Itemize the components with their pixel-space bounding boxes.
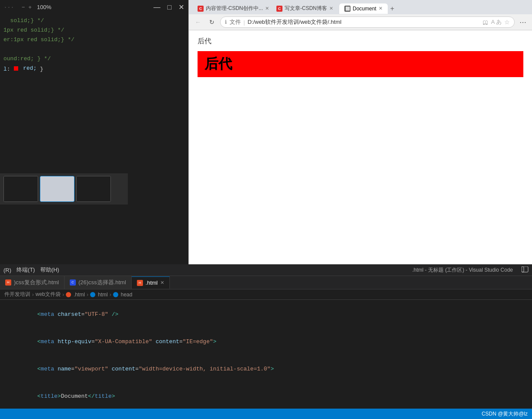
bc-icon-html <box>66 292 71 297</box>
vscode-bottom: (R) 终端(T) 帮助(H) .html - 无标题 (工作区) - Visu… <box>0 264 532 419</box>
tab-icon-html-3: H <box>137 280 143 286</box>
vscode-tab-3[interactable]: H .html ✕ <box>132 276 170 289</box>
new-tab-icon[interactable]: + <box>390 5 394 13</box>
restore-icon[interactable]: □ <box>167 3 172 11</box>
sidebar-toggle-icon[interactable] <box>522 266 529 274</box>
vscode-tab-label-1: )css复合形式.html <box>14 279 59 286</box>
bc-sep-3: › <box>87 292 88 298</box>
code-line-b2: <meta http-equiv="X-UA-Compatible" conte… <box>3 328 529 355</box>
browser-banner-text: 后代 <box>204 55 232 74</box>
browser-controls-bar: ← ↻ ℹ 文件 | D:/web软件开发培训/web文件袋/.html 🕮 A… <box>189 14 532 30</box>
svg-rect-1 <box>522 266 524 272</box>
code-line-b4: <title>Document</title> <box>3 383 529 410</box>
editor-topbar: ··· − + 100% — □ ✕ <box>0 0 188 14</box>
bc-part-1: 件开发培训 <box>4 291 30 298</box>
browser-tabs-bar: C 内容管理-CSDN创作中... ✕ C 写文章-CSDN博客 ✕ ⬜ Doc… <box>189 0 532 14</box>
code-line-b3: <meta name="viewport" content="width=dev… <box>3 355 529 383</box>
menu-r[interactable]: (R) <box>3 267 11 273</box>
tab-icon-html-1: H <box>5 279 11 286</box>
browser-content: 后代 后代 <box>189 30 532 84</box>
browser-tab-label-3: Document <box>353 6 376 12</box>
code-line: er:1px red solid;} */ <box>3 35 185 45</box>
thumbnails-bar <box>0 173 128 205</box>
vscode-statusbar: CSDN @黄大帅@lz <box>0 409 532 419</box>
browser-tab-label-1: 内容管理-CSDN创作中... <box>206 5 263 12</box>
browser-tab-close-2[interactable]: ✕ <box>329 6 333 11</box>
vscode-breadcrumb: 件开发培训 › web文件袋 › .html › html › head <box>0 289 532 300</box>
window-dots: ··· <box>4 3 15 12</box>
translate-icon[interactable]: A あ <box>491 18 502 26</box>
bc-part-3: .html <box>74 292 85 298</box>
bc-part-2: web文件袋 <box>36 291 61 298</box>
zoom-level: 100% <box>37 4 51 10</box>
code-lines-top: solid;} */ 1px red solid;} */ er:1px red… <box>0 14 188 76</box>
vscode-tab-2[interactable]: C (26)css选择器.html <box>65 276 132 289</box>
code-line-b1: <meta charset="UTF-8" /> <box>3 301 529 328</box>
bc-sep-2: › <box>62 292 64 298</box>
browser-settings-button[interactable]: ⋯ <box>517 16 529 28</box>
vscode-menubar: (R) 终端(T) 帮助(H) .html - 无标题 (工作区) - Visu… <box>0 264 532 276</box>
vscode-tab-label-2: (26)css选择器.html <box>78 279 126 286</box>
browser-plain-text: 后代 <box>198 37 523 46</box>
address-bar[interactable]: ℹ 文件 | D:/web软件开发培训/web文件袋/.html 🕮 A あ ☆ <box>220 16 515 28</box>
browser-banner: 后代 <box>198 51 523 77</box>
address-text: D:/web软件开发培训/web文件袋/.html <box>247 18 480 26</box>
thumbnail-2[interactable] <box>40 176 75 202</box>
browser-tab-csdn1[interactable]: C 内容管理-CSDN创作中... ✕ <box>192 3 270 14</box>
info-icon: ℹ <box>225 19 227 25</box>
bc-part-5: head <box>121 292 133 298</box>
browser-tab-label-2: 写文章-CSDN博客 <box>285 5 327 12</box>
editor-panel: ··· − + 100% — □ ✕ solid;} */ 1px red so… <box>0 0 188 264</box>
browser-tab-close-1[interactable]: ✕ <box>265 6 269 11</box>
minimize-icon[interactable]: — <box>153 3 160 11</box>
browser-chrome: C 内容管理-CSDN创作中... ✕ C 写文章-CSDN博客 ✕ ⬜ Doc… <box>189 0 532 30</box>
code-line: l: red; } <box>3 64 185 74</box>
menu-help[interactable]: 帮助(H) <box>40 266 59 274</box>
code-line: 1px red solid;} */ <box>3 26 185 35</box>
reader-mode-icon[interactable]: 🕮 <box>483 19 488 26</box>
code-area-bottom: <meta charset="UTF-8" /> <meta http-equi… <box>0 300 532 419</box>
bc-sep-4: › <box>110 292 111 298</box>
vscode-tab-label-3: .html <box>146 279 158 286</box>
thumbnail-1[interactable] <box>3 176 38 202</box>
favicon-csdn1: C <box>198 6 204 12</box>
bc-part-4: html <box>98 292 108 298</box>
statusbar-text: CSDN @黄大帅@lz <box>482 410 528 418</box>
zoom-in-icon[interactable]: + <box>29 4 32 10</box>
address-label: 文件 <box>230 18 241 26</box>
close-icon[interactable]: ✕ <box>178 3 184 11</box>
browser-tab-doc[interactable]: ⬜ Document ✕ <box>339 3 388 14</box>
browser-tab-csdn2[interactable]: C 写文章-CSDN博客 ✕ <box>271 3 338 14</box>
refresh-button[interactable]: ↻ <box>206 16 217 28</box>
code-line: ound:red; } */ <box>3 54 185 64</box>
back-button[interactable]: ← <box>192 16 204 28</box>
tab-icon-css-2: C <box>70 279 76 286</box>
vscode-tab-1[interactable]: H )css复合形式.html <box>0 276 65 289</box>
zoom-out-icon[interactable]: − <box>22 4 25 10</box>
browser-tab-close-3[interactable]: ✕ <box>379 6 383 11</box>
vscode-title: .html - 无标题 (工作区) - Visual Studio Code <box>412 266 513 274</box>
svg-rect-0 <box>522 266 528 272</box>
code-line <box>3 45 185 54</box>
thumbnail-3[interactable] <box>76 176 111 202</box>
bc-icon-head-tag <box>113 292 118 297</box>
browser-panel: C 内容管理-CSDN创作中... ✕ C 写文章-CSDN博客 ✕ ⬜ Doc… <box>188 0 532 264</box>
bc-sep-1: › <box>32 292 34 298</box>
vscode-tab-close-3[interactable]: ✕ <box>160 280 164 286</box>
favicon-doc: ⬜ <box>344 6 350 12</box>
bookmark-icon[interactable]: ☆ <box>504 19 510 26</box>
address-separator: | <box>243 19 245 26</box>
favicon-csdn2: C <box>276 6 282 12</box>
menu-terminal[interactable]: 终端(T) <box>16 266 35 274</box>
bc-icon-html-tag <box>90 292 95 297</box>
code-line: solid;} */ <box>3 16 185 26</box>
vscode-tabs-bar: H )css复合形式.html C (26)css选择器.html H .htm… <box>0 276 532 289</box>
